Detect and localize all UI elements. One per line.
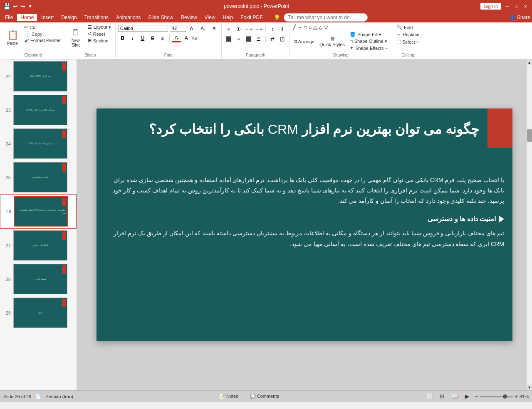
font-name-input[interactable] xyxy=(118,25,168,32)
slide-preview-26: چگونه می توان بهترین نرم افزار CRM بانکی… xyxy=(14,196,68,227)
smartart-button[interactable]: ◫ xyxy=(278,35,287,43)
shape-arrow[interactable]: → xyxy=(297,24,303,31)
shape-fill-button[interactable]: 🪣 Shape Fill ▾ xyxy=(348,32,389,38)
shape-line[interactable]: ╱ xyxy=(292,24,296,31)
font-size-input[interactable] xyxy=(170,25,186,32)
slide-thumb-26[interactable]: 26 چگونه می توان بهترین نرم افزار CRM با… xyxy=(0,194,77,229)
shape-diamond[interactable]: ◇ xyxy=(318,24,323,31)
italic-button[interactable]: I xyxy=(128,34,137,42)
save-icon[interactable]: 💾 xyxy=(3,3,10,10)
comments-button[interactable]: 💬 Comments xyxy=(247,393,282,399)
menu-view[interactable]: View xyxy=(201,14,219,21)
zoom-out-button[interactable]: − xyxy=(475,393,478,399)
section-button[interactable]: ⊞ Section xyxy=(86,37,113,44)
shadow-button[interactable]: s xyxy=(158,34,167,42)
bold-button[interactable]: B xyxy=(118,34,127,42)
canvas-area[interactable]: ▲ ▼ چگونه می توان بهترین نرم افزار CRM ب… xyxy=(77,59,532,390)
slide-thumb-24[interactable]: 24 مزایای استفاده از CRM xyxy=(0,127,77,160)
replace-button[interactable]: ↔ Replace xyxy=(395,32,421,37)
restore-icon[interactable]: □ xyxy=(513,3,520,10)
font-color-button[interactable]: A xyxy=(172,34,181,42)
shape-oval[interactable]: ○ xyxy=(308,24,312,31)
strikethrough-button[interactable]: S xyxy=(148,34,157,42)
scroll-thumb[interactable] xyxy=(527,129,532,142)
columns-button[interactable]: ⫿ xyxy=(278,25,287,33)
zoom-thumb[interactable] xyxy=(503,394,507,399)
arrange-button[interactable]: ⧉ Arrange xyxy=(292,38,316,45)
menu-help[interactable]: Help xyxy=(220,14,237,21)
slide-thumb-25[interactable]: 25 خدمات مشتریان xyxy=(0,160,77,194)
shape-rect[interactable]: □ xyxy=(304,24,307,31)
format-painter-button[interactable]: 🖌 Format Painter xyxy=(22,37,62,43)
menu-animations[interactable]: Animations xyxy=(113,14,144,21)
zoom-in-button[interactable]: + xyxy=(515,393,518,399)
shape-triangle[interactable]: △ xyxy=(313,24,317,31)
menu-transitions[interactable]: Transitions xyxy=(81,14,112,21)
increase-font-icon[interactable]: A↑ xyxy=(188,24,197,32)
slide-canvas[interactable]: چگونه می توان بهترین نرم افزار CRM بانکی… xyxy=(97,108,512,341)
text-highlight-button[interactable]: A xyxy=(182,34,191,42)
slide-thumb-28[interactable]: 28 نتیجه گیری xyxy=(0,262,77,296)
align-left-button[interactable]: ⬛ xyxy=(224,35,233,43)
menu-review[interactable]: Review xyxy=(177,14,200,21)
tell-me-input[interactable] xyxy=(288,15,363,20)
reset-button[interactable]: ↺ Reset xyxy=(86,31,113,37)
shape-outline-button[interactable]: □ Shape Outline ▾ xyxy=(348,38,389,44)
menu-insert[interactable]: Insert xyxy=(38,14,57,21)
slide-section-heading: امنیت داده ها و دسترسی xyxy=(428,213,496,225)
notes-icon: 📄 xyxy=(35,394,41,399)
align-center-button[interactable]: ≡ xyxy=(234,35,243,43)
replace-icon: ↔ xyxy=(396,32,401,37)
align-right-button[interactable]: ⬛ xyxy=(244,35,253,43)
menu-file[interactable]: File xyxy=(2,14,16,21)
numbering-button[interactable]: ① xyxy=(234,25,243,33)
zoom-level[interactable]: 81% xyxy=(520,394,529,399)
status-left: Slide 26 of 29 📄 Persian (Iran) xyxy=(3,394,73,399)
notes-button[interactable]: 📝 Notes xyxy=(217,393,241,399)
scroll-up-button[interactable]: ▲ xyxy=(527,59,532,65)
slide-thumb-27[interactable]: 27 اطلاعات بیشتر xyxy=(0,229,77,262)
menu-foxit[interactable]: Foxit PDF xyxy=(237,14,266,21)
underline-button[interactable]: U xyxy=(138,34,147,42)
quick-styles-button[interactable]: ▤ Quick Styles xyxy=(318,35,346,48)
tell-me-box[interactable] xyxy=(284,13,368,22)
paste-button[interactable]: 📋 Paste xyxy=(4,24,21,51)
justify-button[interactable]: ☰ xyxy=(254,35,263,43)
menu-home[interactable]: Home xyxy=(17,14,37,21)
scroll-bar-right: ▲ ▼ xyxy=(526,59,532,390)
scroll-down-button[interactable]: ▼ xyxy=(527,384,532,390)
new-slide-button[interactable]: 🗒 NewSlide xyxy=(68,24,84,51)
reading-view-button[interactable]: 📖 xyxy=(450,393,459,400)
layout-button[interactable]: ☰ Layout ▾ xyxy=(86,24,113,30)
zoom-slider[interactable] xyxy=(480,396,513,397)
slide-panel: 22 نرم افزار CRM بانکی 23 ویژگی های نرم … xyxy=(0,59,77,390)
undo-icon[interactable]: ↩ xyxy=(13,3,18,10)
menu-slideshow[interactable]: Slide Show xyxy=(145,14,176,21)
normal-view-button[interactable]: ⬜ xyxy=(425,393,434,400)
select-button[interactable]: ⬚ Select ~ xyxy=(395,39,421,45)
sign-in-button[interactable]: Sign in xyxy=(480,3,501,10)
clear-format-icon[interactable]: ✕ xyxy=(210,24,219,32)
slide-thumb-22[interactable]: 22 نرم افزار CRM بانکی xyxy=(0,59,77,93)
slide-thumb-29[interactable]: 29 پایان xyxy=(0,296,77,330)
share-button[interactable]: 👤 Share xyxy=(509,15,530,20)
line-spacing-button[interactable]: ↕ xyxy=(268,25,277,33)
close-icon[interactable]: ✕ xyxy=(522,3,529,10)
copy-button[interactable]: 📄 Copy xyxy=(22,31,62,37)
slide-thumb-23[interactable]: 23 ویژگی های نرم افزار CRM xyxy=(0,93,77,127)
indent-decrease-button[interactable]: ←≡ xyxy=(244,25,253,33)
customize-icon[interactable]: ▼ xyxy=(28,4,32,9)
find-button[interactable]: 🔍 Find xyxy=(395,24,414,30)
menu-design[interactable]: Design xyxy=(58,14,80,21)
minimize-icon[interactable]: ─ xyxy=(504,3,510,10)
indent-increase-button[interactable]: →≡ xyxy=(254,25,263,33)
slide-sorter-button[interactable]: ⊞ xyxy=(438,393,447,400)
shape-effects-button[interactable]: ✦ Shape Effects ~ xyxy=(348,45,389,51)
text-direction-button[interactable]: ⇄ xyxy=(268,35,277,43)
bullets-button[interactable]: ≡ xyxy=(224,25,233,33)
shape-more[interactable]: ▽ xyxy=(324,24,328,31)
decrease-font-icon[interactable]: A↓ xyxy=(199,24,208,32)
slideshow-button[interactable]: ▶ xyxy=(463,393,472,400)
redo-icon[interactable]: ↪ xyxy=(20,3,25,10)
cut-button[interactable]: ✂ Cut xyxy=(22,24,62,30)
